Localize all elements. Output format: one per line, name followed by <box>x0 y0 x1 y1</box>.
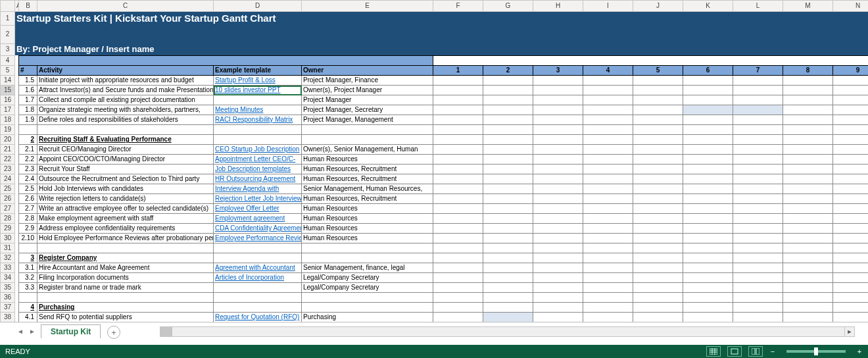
cell-activity[interactable]: Appoint CEO/COO/CTO/Managing Director <box>37 155 214 165</box>
cell[interactable] <box>833 293 869 303</box>
gantt-cell[interactable] <box>483 214 533 224</box>
gantt-cell[interactable] <box>683 234 733 243</box>
gantt-cell[interactable] <box>683 204 733 214</box>
cell[interactable] <box>583 125 633 135</box>
gantt-cell[interactable] <box>833 273 869 283</box>
cell-owner[interactable]: Human Resources <box>302 155 433 165</box>
sheet-tab-active[interactable]: Startup Kit <box>41 324 101 338</box>
cell-activity[interactable]: Hold Job Interviews with candidates <box>37 184 214 194</box>
gantt-cell[interactable] <box>583 95 633 105</box>
gantt-cell[interactable] <box>633 145 683 155</box>
cell-owner[interactable]: Project Manager, Secretary <box>302 105 433 115</box>
gantt-cell[interactable] <box>583 204 633 214</box>
gantt-cell[interactable] <box>833 95 869 105</box>
gantt-cell[interactable] <box>783 145 833 155</box>
hdr-day[interactable]: 9 <box>833 66 869 76</box>
gantt-cell[interactable] <box>633 115 683 125</box>
cell[interactable] <box>214 293 302 303</box>
gantt-cell[interactable] <box>533 253 583 263</box>
gantt-cell[interactable] <box>733 145 783 155</box>
gantt-cell[interactable] <box>683 145 733 155</box>
cell-owner[interactable]: Human Resources, Recruitment <box>302 174 433 184</box>
gantt-cell[interactable] <box>583 253 633 263</box>
cell-template[interactable] <box>214 283 302 293</box>
cell-template[interactable]: Employee Offer Letter <box>214 204 302 214</box>
tab-nav-next-icon[interactable]: ► <box>28 326 37 336</box>
gantt-cell[interactable] <box>783 115 833 125</box>
gantt-cell[interactable] <box>533 214 583 224</box>
cell[interactable] <box>37 293 214 303</box>
gantt-cell[interactable] <box>533 135 583 145</box>
gantt-cell[interactable] <box>483 313 533 322</box>
gantt-cell[interactable] <box>683 253 733 263</box>
cell[interactable] <box>583 243 633 253</box>
gantt-cell[interactable] <box>733 86 783 95</box>
cell[interactable] <box>533 293 583 303</box>
gantt-cell[interactable] <box>433 95 483 105</box>
cell-number[interactable]: 1.7 <box>19 95 37 105</box>
cell-template[interactable]: Articles of Incorporation <box>214 273 302 283</box>
gantt-cell[interactable] <box>533 76 583 86</box>
cell[interactable] <box>733 125 783 135</box>
gantt-cell[interactable] <box>683 105 733 115</box>
gantt-cell[interactable] <box>833 194 869 204</box>
cell[interactable] <box>783 243 833 253</box>
cell[interactable] <box>19 125 37 135</box>
gantt-cell[interactable] <box>533 155 583 165</box>
gantt-cell[interactable] <box>633 105 683 115</box>
row-hdr[interactable]: 23 <box>1 165 15 174</box>
gantt-cell[interactable] <box>783 105 833 115</box>
view-page-layout-icon[interactable] <box>727 346 742 357</box>
cell[interactable] <box>302 293 433 303</box>
gantt-cell[interactable] <box>733 115 783 125</box>
gantt-cell[interactable] <box>583 155 633 165</box>
cell-owner[interactable]: Project Manager, Finance <box>302 76 433 86</box>
gantt-cell[interactable] <box>783 174 833 184</box>
row-hdr[interactable]: 4 <box>1 56 15 66</box>
gantt-cell[interactable] <box>483 135 533 145</box>
gantt-cell[interactable] <box>783 155 833 165</box>
gantt-cell[interactable] <box>733 165 783 174</box>
cell-activity[interactable]: Hire Accountant and Make Agreement <box>37 263 214 273</box>
gantt-cell[interactable] <box>633 86 683 95</box>
gantt-cell[interactable] <box>833 165 869 174</box>
scroll-thumb[interactable] <box>160 327 172 336</box>
gantt-cell[interactable] <box>433 115 483 125</box>
gantt-cell[interactable] <box>783 184 833 194</box>
gantt-cell[interactable] <box>483 95 533 105</box>
row-hdr[interactable]: 29 <box>1 224 15 234</box>
row-hdr[interactable]: 31 <box>1 243 15 253</box>
gantt-cell[interactable] <box>733 174 783 184</box>
cell[interactable] <box>483 243 533 253</box>
gantt-cell[interactable] <box>633 204 683 214</box>
zoom-out-button[interactable]: − <box>769 347 776 355</box>
gantt-cell[interactable] <box>433 145 483 155</box>
cell[interactable] <box>214 243 302 253</box>
cell-template[interactable]: CDA Confidentiality Agreement <box>214 224 302 234</box>
row-hdr[interactable]: 28 <box>1 214 15 224</box>
gantt-cell[interactable] <box>433 105 483 115</box>
gantt-cell[interactable] <box>633 273 683 283</box>
cell-owner[interactable]: Owner(s), Project Manager <box>302 86 433 95</box>
gantt-cell[interactable] <box>783 214 833 224</box>
gantt-cell[interactable] <box>533 115 583 125</box>
cell-activity[interactable]: Write an attractive employee offer to se… <box>37 204 214 214</box>
gantt-cell[interactable] <box>683 174 733 184</box>
gantt-cell[interactable] <box>633 135 683 145</box>
gantt-cell[interactable] <box>583 86 633 95</box>
gantt-cell[interactable] <box>483 165 533 174</box>
row-hdr[interactable]: 36 <box>1 293 15 303</box>
col-C[interactable]: C <box>37 1 214 12</box>
gantt-cell[interactable] <box>433 174 483 184</box>
gantt-cell[interactable] <box>483 184 533 194</box>
cell-activity[interactable]: Make employment agreement with staff <box>37 214 214 224</box>
cell[interactable] <box>783 125 833 135</box>
gantt-cell[interactable] <box>733 313 783 322</box>
cell-template[interactable]: Interview Agenda with <box>214 184 302 194</box>
gantt-cell[interactable] <box>733 234 783 243</box>
gantt-cell[interactable] <box>433 263 483 273</box>
gantt-cell[interactable] <box>683 283 733 293</box>
row-hdr[interactable]: 20 <box>1 135 15 145</box>
gantt-cell[interactable] <box>833 174 869 184</box>
col-N[interactable]: N <box>833 1 869 12</box>
